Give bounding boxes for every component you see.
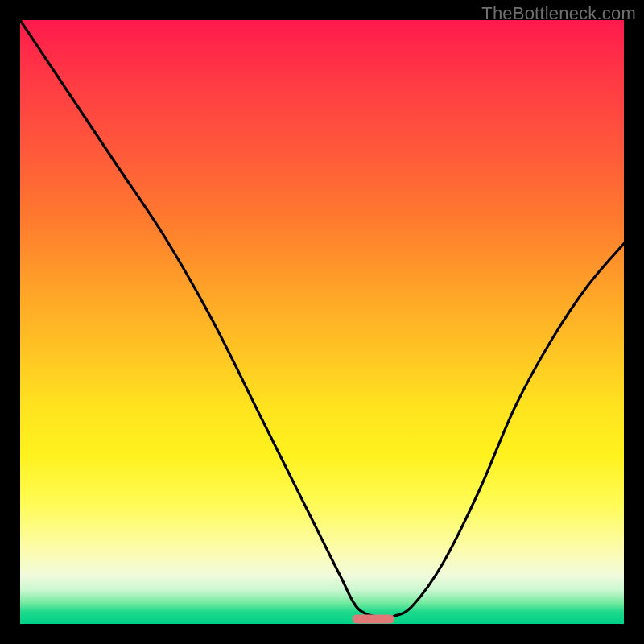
- plot-area: [20, 20, 624, 624]
- optimal-range-marker: [353, 615, 395, 624]
- bottleneck-curve: [20, 20, 624, 618]
- chart-frame: TheBottleneck.com: [0, 0, 644, 644]
- chart-svg: [20, 20, 624, 624]
- watermark-text: TheBottleneck.com: [481, 3, 636, 24]
